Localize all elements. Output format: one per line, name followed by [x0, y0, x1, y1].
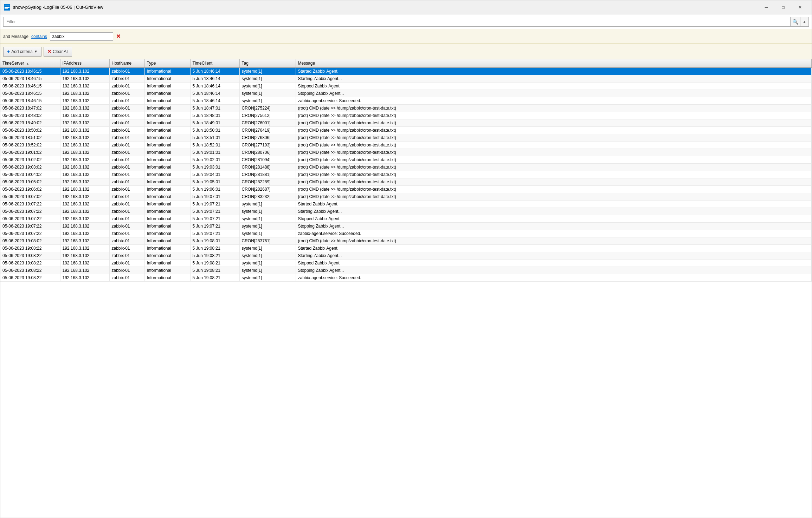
table-row[interactable]: 05-06-2023 18:50:02192.168.3.102zabbix-0… [0, 127, 812, 134]
add-criteria-button[interactable]: + Add criteria ▼ [3, 47, 41, 57]
table-row[interactable]: 05-06-2023 19:08:22192.168.3.102zabbix-0… [0, 260, 812, 267]
table-row[interactable]: 05-06-2023 19:07:02192.168.3.102zabbix-0… [0, 193, 812, 201]
criteria-value-input[interactable] [50, 32, 113, 41]
cell-type: Informational [144, 164, 190, 171]
cell-tag: systemd[1] [239, 274, 296, 282]
cell-hostname: zabbix-01 [109, 83, 144, 90]
col-header-hostname[interactable]: HostName [109, 59, 144, 67]
cell-timeclient: 5 Jun 18:46:14 [190, 67, 239, 75]
col-header-timeserver[interactable]: TimeServer ▲ [0, 59, 60, 67]
cell-tag: systemd[1] [239, 260, 296, 267]
cell-ipaddress: 192.168.3.102 [60, 223, 109, 230]
cell-timeclient: 5 Jun 19:08:21 [190, 252, 239, 260]
table-row[interactable]: 05-06-2023 19:08:22192.168.3.102zabbix-0… [0, 274, 812, 282]
cell-message: (root) CMD (date >> /dump/zabbix/cron-te… [296, 105, 812, 112]
table-row[interactable]: 05-06-2023 18:46:15192.168.3.102zabbix-0… [0, 90, 812, 97]
table-row[interactable]: 05-06-2023 18:46:15192.168.3.102zabbix-0… [0, 97, 812, 105]
window-title: show-pSyslog -LogFile 05-06 | Out-GridVi… [13, 5, 758, 10]
table-row[interactable]: 05-06-2023 18:51:02192.168.3.102zabbix-0… [0, 134, 812, 142]
cell-timeserver: 05-06-2023 19:07:22 [0, 215, 60, 223]
criteria-prefix-label: and Message [3, 34, 28, 39]
table-row[interactable]: 05-06-2023 18:46:15192.168.3.102zabbix-0… [0, 75, 812, 83]
cell-tag: CRON[281881] [239, 171, 296, 178]
table-row[interactable]: 05-06-2023 19:01:02192.168.3.102zabbix-0… [0, 149, 812, 156]
cell-timeserver: 05-06-2023 18:48:02 [0, 112, 60, 119]
cell-timeclient: 5 Jun 19:03:01 [190, 164, 239, 171]
table-row[interactable]: 05-06-2023 19:08:22192.168.3.102zabbix-0… [0, 252, 812, 260]
cell-type: Informational [144, 178, 190, 186]
col-header-message[interactable]: Message [296, 59, 812, 67]
cell-message: (root) CMD (date >> /dump/zabbix/cron-te… [296, 237, 812, 245]
cell-hostname: zabbix-01 [109, 105, 144, 112]
table-row[interactable]: 05-06-2023 18:49:02192.168.3.102zabbix-0… [0, 119, 812, 127]
cell-type: Informational [144, 193, 190, 201]
table-row[interactable]: 05-06-2023 18:46:15192.168.3.102zabbix-0… [0, 83, 812, 90]
svg-rect-3 [5, 8, 8, 9]
cell-timeclient: 5 Jun 18:46:14 [190, 97, 239, 105]
cell-timeclient: 5 Jun 18:46:14 [190, 83, 239, 90]
criteria-remove-button[interactable]: ✕ [116, 34, 121, 39]
cell-tag: systemd[1] [239, 90, 296, 97]
cell-timeserver: 05-06-2023 19:08:22 [0, 260, 60, 267]
clear-all-button[interactable]: ✕ Clear All [44, 47, 72, 57]
table-row[interactable]: 05-06-2023 18:46:15192.168.3.102zabbix-0… [0, 67, 812, 75]
cell-ipaddress: 192.168.3.102 [60, 156, 109, 164]
table-row[interactable]: 05-06-2023 19:07:22192.168.3.102zabbix-0… [0, 230, 812, 237]
cell-tag: CRON[280706] [239, 149, 296, 156]
cell-timeclient: 5 Jun 19:07:21 [190, 215, 239, 223]
col-header-type[interactable]: Type [144, 59, 190, 67]
criteria-contains-link[interactable]: contains [31, 34, 47, 39]
table-row[interactable]: 05-06-2023 19:07:22192.168.3.102zabbix-0… [0, 215, 812, 223]
table-scroll-area[interactable]: TimeServer ▲ IPAddress HostName Type Tim… [0, 59, 812, 518]
table-row[interactable]: 05-06-2023 19:07:22192.168.3.102zabbix-0… [0, 223, 812, 230]
table-row[interactable]: 05-06-2023 19:07:22192.168.3.102zabbix-0… [0, 201, 812, 208]
minimize-button[interactable]: ─ [758, 2, 774, 13]
cell-ipaddress: 192.168.3.102 [60, 164, 109, 171]
cell-timeserver: 05-06-2023 18:51:02 [0, 134, 60, 142]
toolbar: + Add criteria ▼ ✕ Clear All [0, 44, 812, 59]
expand-icon[interactable]: ▲ [800, 17, 809, 27]
col-header-timeclient[interactable]: TimeClient [190, 59, 239, 67]
table-row[interactable]: 05-06-2023 19:03:02192.168.3.102zabbix-0… [0, 164, 812, 171]
table-row[interactable]: 05-06-2023 18:52:02192.168.3.102zabbix-0… [0, 142, 812, 149]
cell-ipaddress: 192.168.3.102 [60, 171, 109, 178]
table-row[interactable]: 05-06-2023 19:06:02192.168.3.102zabbix-0… [0, 186, 812, 193]
table-row[interactable]: 05-06-2023 19:08:22192.168.3.102zabbix-0… [0, 245, 812, 252]
cell-tag: CRON[282687] [239, 186, 296, 193]
maximize-button[interactable]: □ [775, 2, 791, 13]
table-row[interactable]: 05-06-2023 19:08:22192.168.3.102zabbix-0… [0, 267, 812, 274]
cell-hostname: zabbix-01 [109, 245, 144, 252]
search-icon: 🔍 [791, 17, 800, 27]
table-row[interactable]: 05-06-2023 19:07:22192.168.3.102zabbix-0… [0, 208, 812, 215]
cell-hostname: zabbix-01 [109, 267, 144, 274]
cell-timeclient: 5 Jun 19:06:01 [190, 186, 239, 193]
cell-message: Stopping Zabbix Agent... [296, 223, 812, 230]
cell-hostname: zabbix-01 [109, 208, 144, 215]
cell-type: Informational [144, 267, 190, 274]
col-header-tag[interactable]: Tag [239, 59, 296, 67]
filter-input[interactable] [3, 17, 791, 27]
filter-bar: 🔍 ▲ [0, 14, 812, 29]
cell-message: Stopped Zabbix Agent. [296, 260, 812, 267]
table-row[interactable]: 05-06-2023 19:02:02192.168.3.102zabbix-0… [0, 156, 812, 164]
close-button[interactable]: ✕ [792, 2, 808, 13]
cell-timeserver: 05-06-2023 18:47:02 [0, 105, 60, 112]
table-body: 05-06-2023 18:46:15192.168.3.102zabbix-0… [0, 67, 812, 282]
table-row[interactable]: 05-06-2023 19:04:02192.168.3.102zabbix-0… [0, 171, 812, 178]
cell-timeserver: 05-06-2023 19:08:22 [0, 245, 60, 252]
cell-ipaddress: 192.168.3.102 [60, 83, 109, 90]
table-row[interactable]: 05-06-2023 18:48:02192.168.3.102zabbix-0… [0, 112, 812, 119]
cell-timeclient: 5 Jun 19:07:21 [190, 201, 239, 208]
cell-timeserver: 05-06-2023 19:07:22 [0, 223, 60, 230]
cell-timeclient: 5 Jun 19:08:21 [190, 260, 239, 267]
cell-type: Informational [144, 223, 190, 230]
table-row[interactable]: 05-06-2023 19:08:02192.168.3.102zabbix-0… [0, 237, 812, 245]
col-header-ipaddress[interactable]: IPAddress [60, 59, 109, 67]
cell-type: Informational [144, 245, 190, 252]
cell-ipaddress: 192.168.3.102 [60, 260, 109, 267]
table-row[interactable]: 05-06-2023 19:05:02192.168.3.102zabbix-0… [0, 178, 812, 186]
cell-type: Informational [144, 112, 190, 119]
table-row[interactable]: 05-06-2023 18:47:02192.168.3.102zabbix-0… [0, 105, 812, 112]
cell-type: Informational [144, 67, 190, 75]
cell-timeclient: 5 Jun 19:07:21 [190, 223, 239, 230]
